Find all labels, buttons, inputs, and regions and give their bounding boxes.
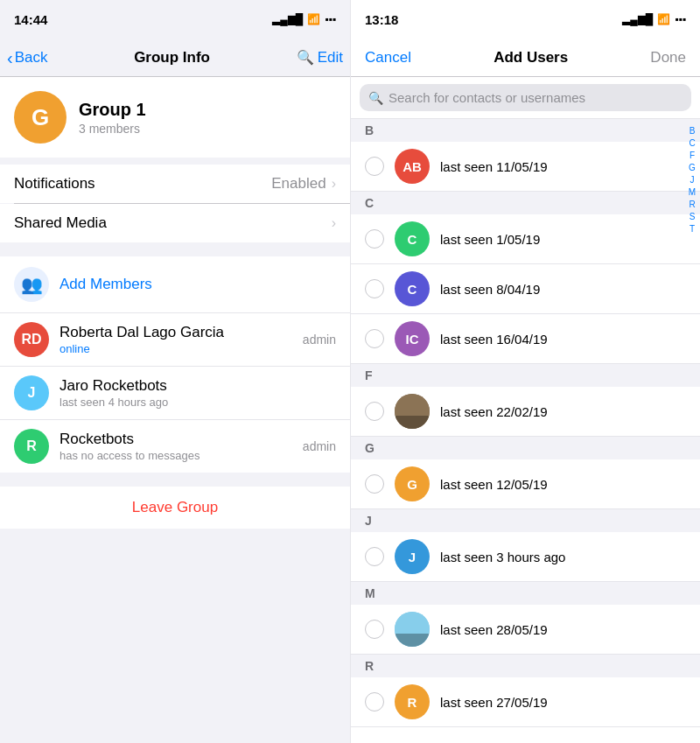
- contact-row[interactable]: Clast seen 8/04/19: [351, 264, 700, 314]
- chevron-right-icon: ›: [332, 176, 336, 192]
- member-info-rd: Roberta Dal Lago Garcia online: [60, 324, 292, 355]
- contact-info: last seen 28/05/19: [440, 622, 686, 637]
- contact-avatar: R: [395, 684, 430, 719]
- contact-radio[interactable]: [365, 402, 384, 421]
- index-letter-b[interactable]: B: [690, 126, 696, 137]
- index-letter-g[interactable]: G: [689, 163, 696, 173]
- contact-radio[interactable]: [365, 279, 384, 298]
- add-members-row[interactable]: 👥 Add Members: [0, 256, 350, 313]
- contact-avatar: [395, 394, 430, 429]
- leave-group-section[interactable]: Leave Group: [0, 487, 350, 529]
- member-name-r: Rocketbots: [60, 431, 292, 448]
- chevron-left-icon: ‹: [7, 49, 13, 67]
- status-icons-left: ▂▄▆█ 📶 ▪▪▪: [272, 13, 336, 25]
- member-role-rd: admin: [303, 333, 336, 347]
- done-button[interactable]: Done: [643, 49, 693, 67]
- separator-1: [0, 158, 350, 165]
- contact-radio[interactable]: [365, 157, 384, 176]
- contact-radio[interactable]: [365, 474, 384, 494]
- member-role-r: admin: [303, 439, 336, 453]
- status-bar-left: 14:44 ▂▄▆█ 📶 ▪▪▪: [0, 0, 350, 39]
- contact-radio[interactable]: [365, 329, 384, 348]
- svg-rect-3: [395, 634, 430, 647]
- index-sidebar: BCFGJMRST: [686, 119, 698, 743]
- edit-button[interactable]: 🔍 Edit: [297, 49, 343, 67]
- search-icon: 🔍: [297, 49, 314, 66]
- contact-avatar: J: [395, 539, 430, 574]
- person-plus-icon: 👥: [21, 274, 43, 295]
- battery-icon: ▪▪▪: [325, 13, 336, 25]
- contact-info: last seen 1/05/19: [440, 232, 686, 247]
- contact-avatar: AB: [395, 149, 430, 184]
- index-letter-m[interactable]: M: [689, 187, 696, 198]
- member-info-r: Rocketbots has no access to messages: [60, 431, 292, 462]
- contact-row[interactable]: ABlast seen 11/05/19: [351, 142, 700, 192]
- cancel-button[interactable]: Cancel: [358, 49, 418, 67]
- wifi-icon-right: 📶: [657, 13, 670, 25]
- status-icons-right: ▂▄▆█ 📶 ▪▪▪: [622, 13, 686, 25]
- group-name: Group 1: [79, 100, 146, 120]
- index-letter-r[interactable]: R: [689, 200, 695, 210]
- contact-row[interactable]: Glast seen 12/05/19: [351, 459, 700, 509]
- member-info-j: Jaro Rocketbots last seen 4 hours ago: [60, 377, 326, 409]
- contact-info: last seen 27/05/19: [440, 695, 686, 710]
- index-letter-f[interactable]: F: [690, 151, 695, 161]
- member-initials-j: J: [28, 385, 36, 401]
- contact-row[interactable]: last seen 28/05/19: [351, 605, 700, 655]
- contact-last-seen: last seen 12/05/19: [440, 477, 686, 492]
- add-members-label: Add Members: [60, 276, 152, 293]
- contact-avatar: C: [395, 271, 430, 306]
- contact-row[interactable]: Rlast seen 27/05/19: [351, 677, 700, 727]
- member-avatar-rd: RD: [14, 322, 49, 357]
- nav-bar-left: ‹ Back Group Info 🔍 Edit: [0, 39, 350, 77]
- battery-icon-right: ▪▪▪: [675, 13, 686, 25]
- index-letter-t[interactable]: T: [690, 224, 695, 235]
- contact-avatar: [395, 612, 430, 647]
- contact-row[interactable]: IClast seen 16/04/19: [351, 314, 700, 364]
- section-header-f: F: [351, 364, 700, 387]
- member-name-rd: Roberta Dal Lago Garcia: [60, 324, 292, 341]
- member-row[interactable]: RD Roberta Dal Lago Garcia online admin: [0, 313, 350, 366]
- contact-radio[interactable]: [365, 547, 384, 566]
- search-placeholder: Search for contacts or usernames: [388, 90, 682, 105]
- search-input-container[interactable]: 🔍 Search for contacts or usernames: [360, 84, 691, 111]
- contact-radio[interactable]: [365, 692, 384, 711]
- search-bar: 🔍 Search for contacts or usernames: [351, 77, 700, 119]
- index-letter-j[interactable]: J: [690, 175, 695, 186]
- left-content: G Group 1 3 members Notifications Enable…: [0, 77, 350, 743]
- contact-last-seen: last seen 3 hours ago: [440, 550, 686, 564]
- separator-2: [0, 242, 350, 249]
- member-avatar-r: R: [14, 429, 49, 464]
- index-letter-s[interactable]: S: [690, 212, 696, 222]
- contact-info: last seen 3 hours ago: [440, 550, 686, 564]
- contact-row[interactable]: last seen 22/02/19: [351, 387, 700, 437]
- svg-rect-1: [395, 416, 430, 429]
- shared-media-row[interactable]: Shared Media ›: [0, 204, 350, 242]
- contact-last-seen: last seen 1/05/19: [440, 232, 686, 247]
- nav-title: Group Info: [134, 49, 210, 67]
- section-header-b: B: [351, 119, 700, 142]
- add-members-section: 👥 Add Members RD Roberta Dal Lago Garcia…: [0, 256, 350, 473]
- wifi-icon: 📶: [307, 13, 320, 25]
- member-initials-rd: RD: [21, 332, 41, 347]
- back-label: Back: [15, 49, 48, 67]
- notifications-value-text: Enabled: [271, 175, 326, 193]
- nav-bar-right: Cancel Add Users Done: [351, 39, 700, 77]
- signal-icon-right: ▂▄▆█: [622, 13, 653, 25]
- contact-row[interactable]: Jlast seen 3 hours ago: [351, 532, 700, 582]
- contact-last-seen: last seen 8/04/19: [440, 282, 686, 297]
- contact-last-seen: last seen 27/05/19: [440, 695, 686, 710]
- shared-media-arrow: ›: [332, 215, 336, 231]
- section-header-m: M: [351, 582, 700, 605]
- group-details: Group 1 3 members: [79, 100, 146, 136]
- notifications-row[interactable]: Notifications Enabled ›: [0, 165, 350, 203]
- contact-radio[interactable]: [365, 229, 384, 249]
- member-row-j[interactable]: J Jaro Rocketbots last seen 4 hours ago: [0, 366, 350, 419]
- contact-radio[interactable]: [365, 620, 384, 639]
- member-row-r[interactable]: R Rocketbots has no access to messages a…: [0, 419, 350, 473]
- group-info-section: G Group 1 3 members: [0, 77, 350, 158]
- contact-row[interactable]: Clast seen 1/05/19: [351, 214, 700, 264]
- index-letter-c[interactable]: C: [689, 138, 695, 149]
- back-button[interactable]: ‹ Back: [7, 49, 47, 67]
- member-status-r: has no access to messages: [60, 449, 292, 462]
